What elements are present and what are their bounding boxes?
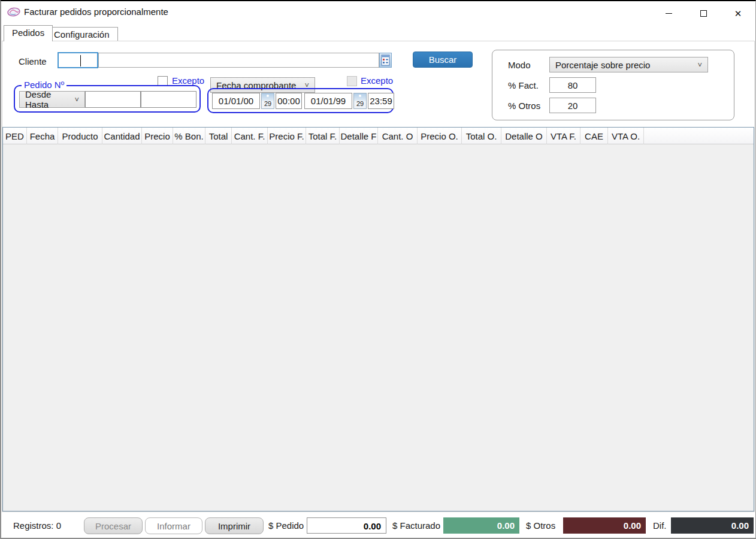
status-bar: Registros: 0 Procesar Informar Imprimir … [1, 513, 755, 538]
close-icon: ✕ [734, 9, 742, 18]
minimize-button[interactable] [651, 1, 686, 25]
calendar-day-icon: 29 [264, 100, 271, 107]
pedidos-grid: PEDFechaProductoCantidadPrecio% Bon.Tota… [2, 127, 754, 511]
pedidos-tab-panel: Cliente Buscar Modo Porcentaje sobre pr [2, 41, 755, 512]
cliente-label: Cliente [19, 56, 47, 66]
facturado-total-label: $ Facturado [392, 520, 440, 531]
pedido-nro-groupbox: Pedido Nº Desde Hasta ˅ [14, 85, 201, 113]
fecha-desde-input[interactable]: 01/01/00 [212, 93, 260, 109]
registros-count: Registros: 0 [13, 520, 61, 531]
fecha-rango-groupbox: 01/01/00 29 00:00 01/01/99 29 23:59 [207, 88, 394, 113]
column-header-fecha[interactable]: Fecha [27, 128, 58, 144]
lookup-form-icon [381, 54, 390, 66]
column-header-vta-f[interactable]: VTA F. [547, 128, 580, 144]
column-header-ped[interactable]: PED [3, 128, 27, 144]
rango-select[interactable]: Desde Hasta ˅ [19, 91, 85, 108]
fact-label: % Fact. [508, 80, 539, 90]
dif-label: Dif. [653, 520, 667, 531]
fecha-desde-calendar-button[interactable]: 29 [261, 93, 274, 109]
fecha-hasta-calendar-button[interactable]: 29 [353, 93, 367, 109]
cliente-lookup-button[interactable] [379, 53, 392, 68]
column-header-vta-o[interactable]: VTA O. [608, 128, 644, 144]
hora-desde-input[interactable]: 00:00 [276, 93, 302, 109]
otros-input[interactable]: 20 [549, 98, 596, 113]
column-header-precio-o[interactable]: Precio O. [418, 128, 462, 144]
otros-value: 20 [568, 101, 578, 111]
fecha-hasta-input[interactable]: 01/01/99 [304, 93, 352, 109]
tab-configuracion[interactable]: Configuración [46, 27, 118, 41]
cliente-name-input[interactable] [98, 53, 379, 68]
modo-label: Modo [508, 60, 531, 70]
cliente-code-input[interactable] [58, 52, 98, 68]
column-header-precio[interactable]: Precio [142, 128, 173, 144]
hora-hasta-input[interactable]: 23:59 [368, 93, 394, 109]
calendar-day-icon: 29 [356, 100, 364, 107]
informar-button[interactable]: Informar [145, 517, 202, 534]
dif-value: 0.00 [671, 517, 754, 534]
title-bar: Facturar pedidos proporcionalmente ✕ [1, 1, 755, 24]
hora-hasta-value: 23:59 [370, 96, 392, 106]
chevron-down-icon: ˅ [74, 95, 79, 104]
column-header-cantidad[interactable]: Cantidad [102, 128, 142, 144]
column-header-total-f[interactable]: Total F. [306, 128, 340, 144]
facturado-total-value: 0.00 [443, 517, 519, 534]
chevron-down-icon: ˅ [697, 60, 702, 69]
imprimir-button[interactable]: Imprimir [205, 517, 264, 534]
modo-selected-value: Porcentaje sobre precio [555, 60, 650, 70]
window-controls: ✕ [651, 1, 755, 25]
fact-input[interactable]: 80 [549, 77, 596, 93]
app-logo-icon [7, 6, 21, 18]
column-header-cant-f[interactable]: Cant. F. [232, 128, 268, 144]
window-title: Facturar pedidos proporcionalmente [24, 7, 168, 17]
maximize-icon [700, 10, 707, 17]
column-header-total[interactable]: Total [205, 128, 232, 144]
close-button[interactable]: ✕ [721, 1, 755, 25]
column-header-producto[interactable]: Producto [58, 128, 102, 144]
modo-groupbox: Modo Porcentaje sobre precio ˅ % Fact. 8… [492, 50, 734, 120]
column-header-cae[interactable]: CAE [580, 128, 608, 144]
excepto-fecha-checkbox[interactable] [347, 76, 357, 86]
minimize-icon [666, 13, 672, 14]
otros-total-value: 0.00 [563, 517, 646, 534]
excepto-fecha-label: Excepto [361, 75, 393, 86]
pedido-nro-legend: Pedido Nº [22, 80, 66, 90]
column-header-detalle-o[interactable]: Detalle O [501, 128, 547, 144]
pedido-total-label: $ Pedido [268, 520, 304, 531]
hora-desde-value: 00:00 [277, 96, 300, 106]
otros-label: % Otros [508, 101, 540, 111]
app-window: Facturar pedidos proporcionalmente ✕ Ped… [0, 0, 756, 539]
column-header-precio-f[interactable]: Precio F. [268, 128, 306, 144]
grid-header-row: PEDFechaProductoCantidadPrecio% Bon.Tota… [3, 128, 754, 144]
column-header-detalle-f[interactable]: Detalle F [340, 128, 378, 144]
column-header-bon[interactable]: % Bon. [173, 128, 205, 144]
column-header-cant-o[interactable]: Cant. O [378, 128, 418, 144]
maximize-button[interactable] [686, 1, 721, 25]
pedido-total-value: 0.00 [307, 517, 386, 534]
fecha-desde-value: 01/01/00 [219, 96, 253, 106]
excepto-pedido-label: Excepto [172, 75, 204, 86]
modo-select[interactable]: Porcentaje sobre precio ˅ [549, 57, 708, 72]
pedido-hasta-input[interactable] [141, 91, 196, 108]
fecha-hasta-value: 01/01/99 [311, 96, 346, 106]
otros-total-label: $ Otros [526, 520, 555, 531]
tab-pedidos[interactable]: Pedidos [4, 25, 53, 41]
buscar-button[interactable]: Buscar [413, 52, 473, 68]
rango-selected-value: Desde Hasta [25, 89, 74, 110]
fact-value: 80 [568, 80, 578, 90]
grid-body[interactable] [3, 145, 754, 511]
text-caret [80, 55, 81, 66]
procesar-button[interactable]: Procesar [84, 517, 143, 534]
column-header-total-o[interactable]: Total O. [462, 128, 501, 144]
pedido-desde-input[interactable] [85, 91, 141, 108]
